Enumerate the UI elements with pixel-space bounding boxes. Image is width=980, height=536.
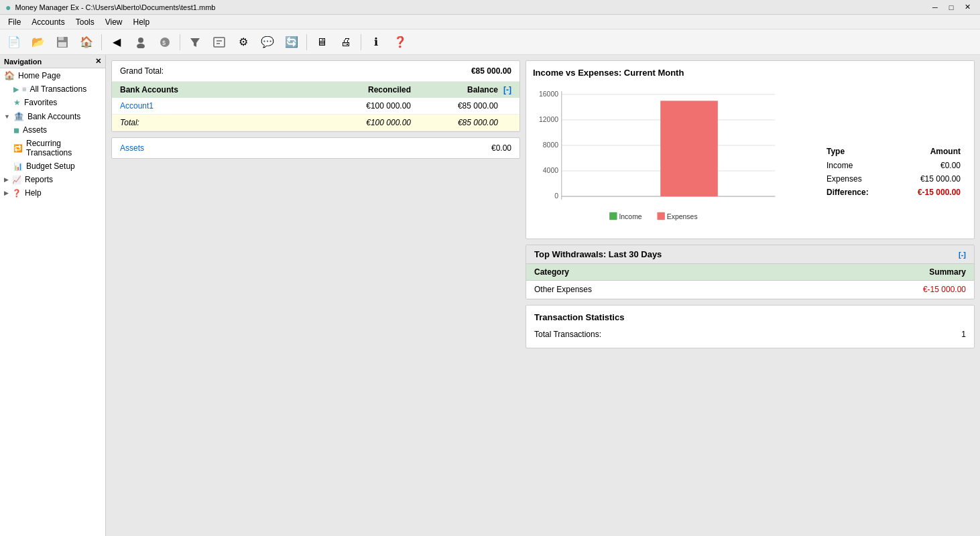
svg-rect-2 (58, 42, 66, 47)
menu-file[interactable]: File (3, 16, 26, 28)
currency-btn[interactable]: $ (154, 31, 176, 53)
settings-btn[interactable]: ⚙ (232, 31, 255, 53)
home-icon: 🏠 (4, 70, 15, 80)
col-balance: Balance (411, 85, 498, 94)
all-transactions-icon: ▶ (13, 85, 19, 94)
svg-text:0: 0 (554, 192, 558, 200)
sidebar-item-recurring-label: Recurring Transactions (26, 139, 101, 157)
svg-rect-1 (58, 37, 64, 40)
sidebar-item-reports[interactable]: ▶ 📈 Reports (0, 173, 105, 186)
assets-value: €0.00 (491, 143, 511, 153)
total-label: Total: (120, 118, 304, 127)
home-btn[interactable]: 🏠 (75, 31, 98, 53)
help-expander: ▶ (4, 190, 9, 196)
new-file-btn[interactable]: 📄 (3, 31, 25, 53)
bank-accounts-icon: 🏦 (13, 111, 24, 121)
sidebar-item-home[interactable]: 🏠 Home Page (0, 68, 105, 82)
bank-accounts-table-header: Bank Accounts Reconciled Balance [-] (112, 82, 519, 98)
grand-total-label: Grand Total: (120, 66, 164, 76)
svg-text:$: $ (162, 40, 166, 46)
minimize-button[interactable]: ─ (928, 1, 942, 13)
favorites-icon: ★ (13, 98, 21, 107)
chart-card: Income vs Expenses: Current Month 16000 … (526, 60, 975, 239)
sidebar-item-recurring[interactable]: 🔁 Recurring Transactions (0, 137, 105, 159)
withdrawals-title: Top Withdrawals: Last 30 Days (534, 249, 662, 259)
sidebar-item-budget[interactable]: 📊 Budget Setup (0, 159, 105, 173)
col-bank-accounts: Bank Accounts (120, 85, 304, 94)
left-panel: Grand Total: €85 000.00 Bank Accounts Re… (111, 60, 520, 531)
chart-expenses-row: Expenses €15 000.00 (820, 172, 967, 186)
nav-title: Navigation (4, 58, 42, 66)
toolbar-separator-4 (361, 34, 361, 50)
svg-text:16000: 16000 (539, 90, 558, 98)
titlebar: ● Money Manager Ex - C:\Users\Alberto\Do… (0, 0, 980, 15)
grand-total-row: Grand Total: €85 000.00 (112, 61, 519, 82)
assets-link[interactable]: Assets (120, 143, 491, 153)
close-button[interactable]: ✕ (960, 1, 975, 13)
save-file-btn[interactable] (51, 31, 74, 53)
menu-accounts[interactable]: Accounts (26, 16, 70, 28)
svg-rect-27 (657, 212, 664, 220)
print-btn[interactable]: 🖨 (334, 31, 357, 53)
withdrawals-toggle[interactable]: [-] (959, 251, 966, 259)
income-amount: €0.00 (893, 159, 967, 172)
svg-point-3 (138, 38, 143, 43)
toolbar: 📄 📂 🏠 ◀ $ ⚙ 💬 🔄 🖥 🖨 ℹ ❓ (0, 29, 980, 55)
col-summary: Summary (929, 267, 966, 277)
account-btn[interactable] (129, 31, 152, 53)
nav-header: Navigation ✕ (0, 55, 105, 68)
menu-help[interactable]: Help (128, 16, 156, 28)
display-btn[interactable]: 🖥 (310, 31, 333, 53)
sidebar-item-assets[interactable]: ◼ Assets (0, 123, 105, 137)
sidebar: Navigation ✕ 🏠 Home Page ▶ ≡ All Transac… (0, 55, 106, 536)
main-layout: Navigation ✕ 🏠 Home Page ▶ ≡ All Transac… (0, 55, 980, 536)
withdrawals-row-0: Other Expenses €-15 000.00 (526, 281, 974, 299)
new-transaction-btn[interactable] (208, 31, 231, 53)
back-btn[interactable]: ◀ (105, 31, 128, 53)
withdrawals-header: Top Withdrawals: Last 30 Days [-] (526, 245, 974, 264)
toolbar-separator-1 (101, 34, 102, 50)
chart-income-row: Income €0.00 (820, 159, 967, 172)
recurring-icon: 🔁 (13, 144, 23, 153)
menu-view[interactable]: View (100, 16, 128, 28)
help-btn[interactable]: ❓ (389, 31, 412, 53)
diff-label: Difference: (820, 186, 893, 199)
expenses-amount: €15 000.00 (893, 172, 967, 186)
svg-rect-25 (609, 212, 617, 220)
col-category: Category (534, 267, 929, 277)
sidebar-item-help-label: Help (25, 188, 42, 198)
total-reconciled: €100 000.00 (304, 118, 411, 127)
assets-icon: ◼ (13, 126, 19, 135)
refresh-btn[interactable]: 🔄 (280, 31, 303, 53)
sidebar-item-bank-accounts[interactable]: ▼ 🏦 Bank Accounts (0, 109, 105, 123)
message-btn[interactable]: 💬 (256, 31, 279, 53)
menu-tools[interactable]: Tools (70, 16, 100, 28)
withdrawals-card: Top Withdrawals: Last 30 Days [-] Catego… (526, 245, 975, 299)
sidebar-item-assets-label: Assets (23, 125, 47, 135)
stats-title: Transaction Statistics (534, 312, 966, 322)
filter-btn[interactable] (184, 31, 206, 53)
nav-close-button[interactable]: ✕ (95, 57, 101, 66)
account1-balance: €85 000.00 (411, 101, 498, 111)
right-panel: Income vs Expenses: Current Month 16000 … (526, 60, 975, 531)
withdrawal-summary-0: €-15 000.00 (750, 285, 966, 294)
account-row: Account1 €100 000.00 €85 000.00 (112, 98, 519, 115)
total-balance: €85 000.00 (411, 118, 498, 127)
chart-table-col2: Amount (893, 144, 967, 159)
diff-value: €-15 000.00 (893, 186, 967, 199)
sidebar-item-help[interactable]: ▶ ❓ Help (0, 186, 105, 200)
sidebar-item-all-transactions[interactable]: ▶ ≡ All Transactions (0, 82, 105, 96)
account1-link[interactable]: Account1 (120, 101, 304, 111)
toggle-button[interactable]: [-] (498, 85, 511, 94)
chart-diff-row: Difference: €-15 000.00 (820, 186, 967, 199)
open-file-btn[interactable]: 📂 (27, 31, 50, 53)
stats-total-value: 1 (961, 330, 966, 339)
sidebar-item-reports-label: Reports (25, 175, 53, 184)
titlebar-title: Money Manager Ex - C:\Users\Alberto\Docu… (15, 3, 215, 11)
toolbar-separator-3 (306, 34, 307, 50)
sidebar-item-bank-accounts-label: Bank Accounts (27, 112, 80, 121)
sidebar-item-favorites[interactable]: ★ Favorites (0, 96, 105, 109)
info-btn[interactable]: ℹ (365, 31, 387, 53)
withdrawal-category-0: Other Expenses (534, 285, 750, 294)
maximize-button[interactable]: □ (944, 1, 959, 13)
